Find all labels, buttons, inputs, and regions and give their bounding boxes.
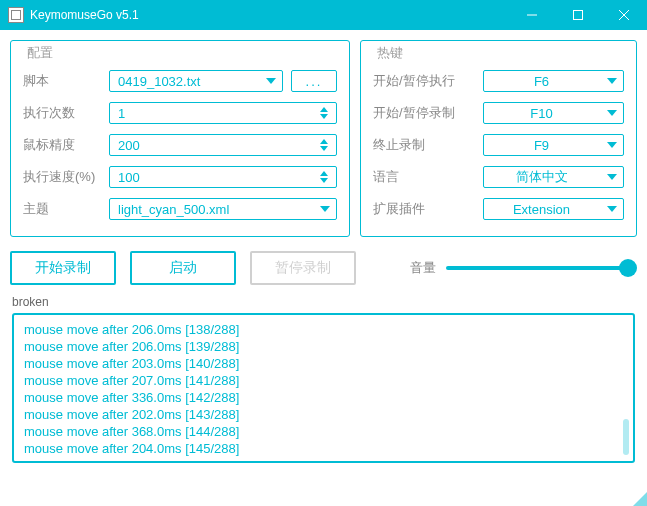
start-pause-rec-select[interactable]: F10	[483, 102, 624, 124]
log-line: mouse move after 206.0ms [138/288]	[24, 321, 623, 338]
language-select[interactable]: 简体中文	[483, 166, 624, 188]
record-button[interactable]: 开始录制	[10, 251, 116, 285]
log-box[interactable]: mouse move after 206.0ms [138/288]mouse …	[12, 313, 635, 463]
spinner-icon[interactable]	[320, 168, 334, 186]
extension-select[interactable]: Extension	[483, 198, 624, 220]
start-button[interactable]: 启动	[130, 251, 236, 285]
log-line: mouse move after 204.0ms [145/288]	[24, 440, 623, 457]
chevron-down-icon	[607, 142, 617, 148]
script-label: 脚本	[23, 72, 109, 90]
spinner-icon[interactable]	[320, 136, 334, 154]
start-pause-rec-label: 开始/暂停录制	[373, 104, 483, 122]
runs-input[interactable]: 1	[109, 102, 337, 124]
title-bar: KeymomuseGo v5.1	[0, 0, 647, 30]
log-line: mouse move after 368.0ms [144/288]	[24, 423, 623, 440]
chevron-down-icon	[607, 206, 617, 212]
extension-label: 扩展插件	[373, 200, 483, 218]
spinner-icon[interactable]	[320, 104, 334, 122]
slider-thumb[interactable]	[619, 259, 637, 277]
window-title: KeymomuseGo v5.1	[30, 8, 509, 22]
hotkeys-legend: 热键	[373, 44, 407, 62]
theme-label: 主题	[23, 200, 109, 218]
svg-rect-1	[574, 11, 583, 20]
stop-rec-label: 终止录制	[373, 136, 483, 154]
speed-input[interactable]: 100	[109, 166, 337, 188]
start-pause-run-label: 开始/暂停执行	[373, 72, 483, 90]
close-button[interactable]	[601, 0, 647, 30]
volume-slider[interactable]	[446, 266, 631, 270]
log-line: mouse move after 206.0ms [139/288]	[24, 338, 623, 355]
chevron-down-icon	[607, 78, 617, 84]
resize-grip-icon[interactable]	[633, 492, 647, 506]
start-pause-run-select[interactable]: F6	[483, 70, 624, 92]
chevron-down-icon	[266, 78, 276, 84]
status-text: broken	[12, 295, 637, 309]
script-select[interactable]: 0419_1032.txt	[109, 70, 283, 92]
stop-rec-select[interactable]: F9	[483, 134, 624, 156]
hotkeys-panel: 热键 开始/暂停执行 F6 开始/暂停录制 F10 终止录制 F9 语言 简体中…	[360, 40, 637, 237]
volume-label: 音量	[410, 259, 436, 277]
log-line: mouse move after 202.0ms [143/288]	[24, 406, 623, 423]
theme-select[interactable]: light_cyan_500.xml	[109, 198, 337, 220]
chevron-down-icon	[320, 206, 330, 212]
language-label: 语言	[373, 168, 483, 186]
precision-label: 鼠标精度	[23, 136, 109, 154]
speed-label: 执行速度(%)	[23, 168, 109, 186]
runs-label: 执行次数	[23, 104, 109, 122]
browse-button[interactable]: ...	[291, 70, 337, 92]
minimize-button[interactable]	[509, 0, 555, 30]
app-icon	[8, 7, 24, 23]
pause-record-button: 暂停录制	[250, 251, 356, 285]
chevron-down-icon	[607, 110, 617, 116]
precision-input[interactable]: 200	[109, 134, 337, 156]
log-line: mouse move after 203.0ms [140/288]	[24, 355, 623, 372]
maximize-button[interactable]	[555, 0, 601, 30]
config-legend: 配置	[23, 44, 57, 62]
config-panel: 配置 脚本 0419_1032.txt ... 执行次数 1 鼠标精度 200 …	[10, 40, 350, 237]
log-line: mouse move after 336.0ms [142/288]	[24, 389, 623, 406]
scrollbar[interactable]	[623, 419, 629, 455]
chevron-down-icon	[607, 174, 617, 180]
log-line: mouse move after 207.0ms [141/288]	[24, 372, 623, 389]
